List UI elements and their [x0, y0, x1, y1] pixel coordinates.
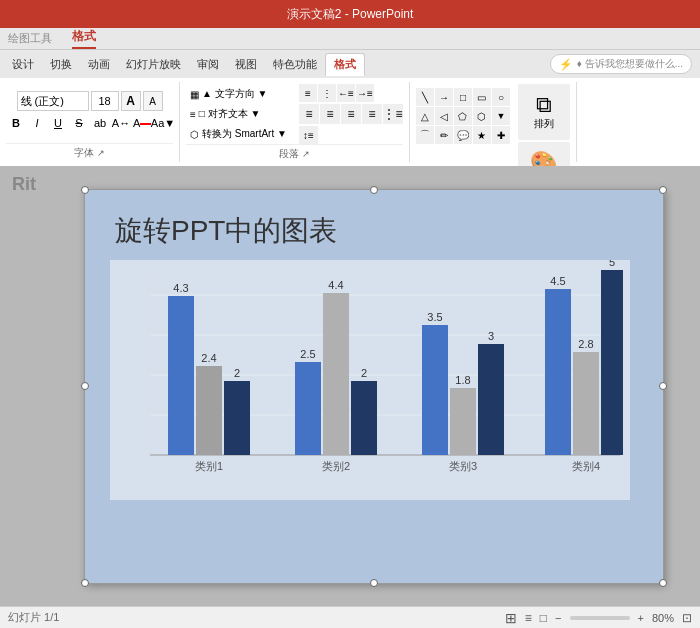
ribbon-tabs-row: 设计 切换 动画 幻灯片放映 审阅 视图 特色功能 格式 ⚡ ♦ 告诉我您想要做…	[0, 50, 700, 78]
tab-design[interactable]: 设计	[4, 54, 42, 75]
bold-btn[interactable]: B	[6, 113, 26, 133]
chart-svg: 4.3 2.4 2 类别1 2.5 4.4	[110, 260, 630, 500]
zoom-level: 80%	[652, 612, 674, 624]
rect2-shape-btn[interactable]: ▭	[473, 88, 491, 106]
callout-btn[interactable]: 💬	[454, 126, 472, 144]
triangle-shape-btn[interactable]: △	[416, 107, 434, 125]
tab-review[interactable]: 审阅	[189, 54, 227, 75]
align-center-btn[interactable]: ≡	[320, 104, 340, 124]
format-tab-active[interactable]: 格式	[72, 28, 96, 49]
hexa-shape-btn[interactable]: ⬡	[473, 107, 491, 125]
star-shape-btn[interactable]: ★	[473, 126, 491, 144]
handle-br[interactable]	[659, 579, 667, 587]
bar-c1-s1	[168, 296, 194, 455]
slide[interactable]: 旋转PPT中的图表	[84, 189, 664, 584]
font-name-input[interactable]	[17, 91, 89, 111]
italic-btn[interactable]: I	[27, 113, 47, 133]
handle-tc[interactable]	[370, 186, 378, 194]
font-size-input[interactable]	[91, 91, 119, 111]
strikethrough-btn[interactable]: S	[69, 113, 89, 133]
handle-mr[interactable]	[659, 382, 667, 390]
tab-switch[interactable]: 切换	[42, 54, 80, 75]
zoom-in-btn[interactable]: +	[638, 612, 644, 624]
bullet-list-btn[interactable]: ≡	[299, 84, 317, 102]
number-list-btn[interactable]: ⋮	[318, 84, 336, 102]
para-section: ▦ ▲ 文字方向 ▼ ≡ □ 对齐文本 ▼ ⬡ 转换为 SmartArt ▼	[180, 82, 410, 162]
svg-text:2.4: 2.4	[201, 352, 216, 364]
svg-text:4.5: 4.5	[550, 275, 565, 287]
rtri-shape-btn[interactable]: ◁	[435, 107, 453, 125]
align-text-btn[interactable]: ≡ □ 对齐文本 ▼	[186, 105, 291, 123]
tab-slideshow[interactable]: 幻灯片放映	[118, 54, 189, 75]
convert-smartart-btn[interactable]: ⬡ 转换为 SmartArt ▼	[186, 125, 291, 143]
view-normal-btn[interactable]: ⊞	[505, 610, 517, 626]
tab-animation[interactable]: 动画	[80, 54, 118, 75]
bar-c3-s1	[422, 325, 448, 455]
arrow-shape-btn[interactable]: →	[435, 88, 453, 106]
text-direction-btn[interactable]: ▦ ▲ 文字方向 ▼	[186, 85, 291, 103]
bar-c4-s1	[545, 289, 571, 455]
decrease-indent-btn[interactable]: ←≡	[337, 84, 355, 102]
ribbon-search[interactable]: ⚡ ♦ 告诉我您想要做什么...	[550, 54, 692, 74]
svg-text:2: 2	[234, 367, 240, 379]
char-spacing-btn[interactable]: A↔	[111, 113, 131, 133]
shadow-btn[interactable]: ab	[90, 113, 110, 133]
para-section-label: 段落 ↗	[186, 144, 403, 161]
svg-text:4.3: 4.3	[173, 282, 188, 294]
view-slide-btn[interactable]: □	[540, 611, 547, 625]
smartart-icon: ⬡	[190, 129, 199, 140]
svg-text:4.4: 4.4	[328, 279, 343, 291]
freeform-btn[interactable]: ✏	[435, 126, 453, 144]
ribbon-content: A A B I U S ab A↔ A Aa▼ 字体 ↗ ▦	[0, 78, 700, 166]
svg-text:2.5: 2.5	[300, 348, 315, 360]
bar-c4-s3	[601, 270, 623, 455]
case-btn[interactable]: Aa▼	[153, 113, 173, 133]
align-left-btn[interactable]: ≡	[299, 104, 319, 124]
search-placeholder: ♦ 告诉我您想要做什么...	[577, 57, 683, 71]
main-area: Rit 旋转PPT中的图表	[0, 166, 700, 606]
justify-btn[interactable]: ≡	[362, 104, 382, 124]
font-section: A A B I U S ab A↔ A Aa▼ 字体 ↗	[0, 82, 180, 162]
handle-ml[interactable]	[81, 382, 89, 390]
bar-c4-s2	[573, 352, 599, 455]
line-shape-btn[interactable]: ╲	[416, 88, 434, 106]
title-text: 演示文稿2 - PowerPoint	[287, 6, 414, 23]
line-spacing-btn[interactable]: ↕≡	[299, 126, 318, 144]
circle-shape-btn[interactable]: ○	[492, 88, 510, 106]
svg-text:1.8: 1.8	[455, 374, 470, 386]
tab-special[interactable]: 特色功能	[265, 54, 325, 75]
left-label: Rit	[12, 174, 36, 195]
text-dir-icon: ▦	[190, 89, 199, 100]
svg-text:3.5: 3.5	[427, 311, 442, 323]
align-text-icon: ≡	[190, 109, 196, 120]
arrange-btn[interactable]: ⧉ 排列	[518, 84, 570, 140]
zoom-slider[interactable]	[570, 616, 630, 620]
tab-view[interactable]: 视图	[227, 54, 265, 75]
more-shapes-btn[interactable]: ▼	[492, 107, 510, 125]
handle-bl[interactable]	[81, 579, 89, 587]
left-panel: Rit	[0, 166, 48, 606]
zoom-out-btn[interactable]: −	[555, 612, 561, 624]
rect-shape-btn[interactable]: □	[454, 88, 472, 106]
penta-shape-btn[interactable]: ⬠	[454, 107, 472, 125]
slide-panel: 旋转PPT中的图表	[48, 166, 700, 606]
svg-text:2.8: 2.8	[578, 338, 593, 350]
view-outline-btn[interactable]: ≡	[525, 611, 532, 625]
bar-c2-s2	[323, 293, 349, 455]
increase-indent-btn[interactable]: →≡	[356, 84, 374, 102]
handle-tl[interactable]	[81, 186, 89, 194]
bar-c2-s1	[295, 362, 321, 455]
underline-btn[interactable]: U	[48, 113, 68, 133]
handle-bc[interactable]	[370, 579, 378, 587]
cross-shape-btn[interactable]: ✚	[492, 126, 510, 144]
align-right-btn[interactable]: ≡	[341, 104, 361, 124]
tab-format[interactable]: 格式	[325, 53, 365, 76]
curve-shape-btn[interactable]: ⌒	[416, 126, 434, 144]
font-decrease-btn[interactable]: A	[143, 91, 163, 111]
fit-window-btn[interactable]: ⊡	[682, 611, 692, 625]
handle-tr[interactable]	[659, 186, 667, 194]
font-color-btn[interactable]: A	[132, 113, 152, 133]
bar-c1-s3	[224, 381, 250, 455]
col-spacing-btn[interactable]: ⋮≡	[383, 104, 403, 124]
font-increase-btn[interactable]: A	[121, 91, 141, 111]
